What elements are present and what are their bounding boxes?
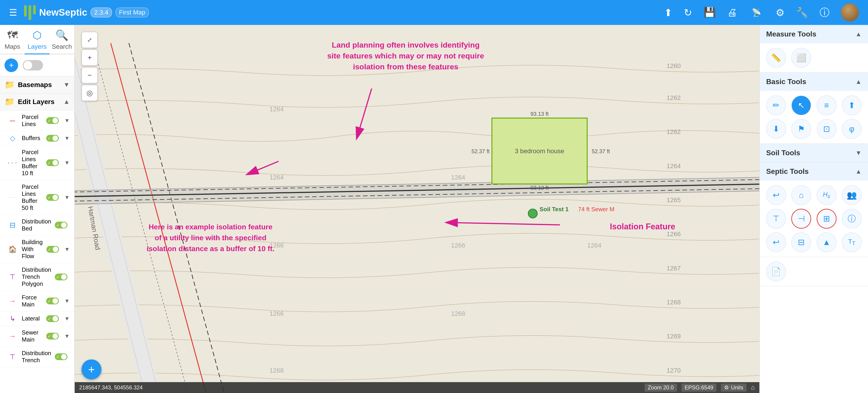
layer-distribution-bed[interactable]: ⊟ Distribution Bed ✓ ▼ <box>0 215 74 235</box>
lateral-toggle[interactable]: ✓ <box>46 315 59 322</box>
parcel-lines-expand-icon[interactable]: ▼ <box>64 117 70 124</box>
refresh-icon[interactable]: ↻ <box>684 7 692 18</box>
dist-trench-label: Distribution Trench <box>22 350 51 364</box>
lateral-expand-icon[interactable]: ▼ <box>64 315 70 322</box>
home-tool-icon: ⌂ <box>799 190 804 200</box>
ruler-tool-button[interactable]: 📏 <box>766 48 786 68</box>
crop-tool-button[interactable]: ⊡ <box>817 119 837 139</box>
parcel-buffer-10-expand-icon[interactable]: ▼ <box>64 160 70 166</box>
septic-tools-section: Septic Tools ▲ ↩ ⌂ Hs 👥 ⊤ <box>760 162 868 257</box>
svg-text:Soil Test 1: Soil Test 1 <box>539 206 568 213</box>
tab-search[interactable]: 🔍 Search <box>50 25 74 54</box>
cursor-tool-button[interactable]: ↖ <box>791 95 811 115</box>
logo-bar-3 <box>33 5 36 14</box>
layer-building-with-flow[interactable]: 🏠 Building With Flow ✓ ▼ <box>0 235 74 263</box>
dist-trench-toggle[interactable]: ✓ <box>55 353 67 360</box>
flag-tool-button[interactable]: ⚑ <box>791 119 811 139</box>
pipe-curve-button[interactable]: ↩ <box>766 185 786 205</box>
people-tool-button[interactable]: 👥 <box>842 185 862 205</box>
force-main-toggle[interactable]: ✓ <box>46 298 59 304</box>
distribute-button[interactable]: ⊞ <box>817 209 837 229</box>
zoom-in-button[interactable]: + <box>82 49 98 66</box>
layer-parcel-lines[interactable]: — Parcel Lines ✓ ▼ <box>0 110 74 131</box>
measure-tools-section: Measure Tools ▲ 📏 ⬜ <box>760 25 868 73</box>
sewer-main-expand-icon[interactable]: ▼ <box>64 333 70 339</box>
t-shape-button[interactable]: ⊤ <box>766 209 786 229</box>
stack-button[interactable]: ⊟ <box>791 232 811 252</box>
layer-distribution-trench[interactable]: ⊤ Distribution Trench ✓ ▼ <box>0 346 74 367</box>
edit-layers-section[interactable]: 📁 Edit Layers ▲ <box>0 93 74 110</box>
save-icon[interactable]: 💾 <box>704 6 716 18</box>
tab-maps[interactable]: 🗺 Maps <box>0 25 25 54</box>
sewer-main-toggle[interactable]: ✓ <box>46 333 59 339</box>
layer-parcel-buffer-50[interactable]: · · · Parcel Lines Buffer 50 ft ✓ ▼ <box>0 180 74 215</box>
turn-button[interactable]: ↩ <box>766 232 786 252</box>
layer-distribution-trench-polygon[interactable]: ⊤ Distribution Trench Polygon ✓ ▼ <box>0 263 74 291</box>
share-icon[interactable]: ⬆ <box>664 7 673 18</box>
stack-icon: ⊟ <box>798 237 805 247</box>
buffers-expand-icon[interactable]: ▼ <box>64 135 70 141</box>
dist-trench-polygon-toggle[interactable]: ✓ <box>55 274 67 280</box>
home-map-button[interactable]: ⌂ <box>751 384 755 391</box>
info-header-icon[interactable]: ⓘ <box>819 6 830 19</box>
app-header: ☰ NewSeptic 2.3.4 First Map ⬆ ↻ 💾 🖨 📡 ⚙ … <box>0 0 868 25</box>
add-feature-button[interactable]: + <box>82 360 101 380</box>
basic-tools-header[interactable]: Basic Tools ▲ <box>760 73 868 91</box>
septic-tools-header[interactable]: Septic Tools ▲ <box>760 162 868 180</box>
layer-force-main[interactable]: → Force Main ✓ ▼ <box>0 291 74 311</box>
measure-tools-header[interactable]: Measure Tools ▲ <box>760 25 868 43</box>
basemaps-section[interactable]: 📁 Basemaps ▼ <box>0 76 74 93</box>
zoom-out-button[interactable]: − <box>82 67 98 83</box>
info-tool-button[interactable]: ⓘ <box>842 209 862 229</box>
fullscreen-button[interactable]: ⤢ <box>82 32 98 48</box>
layer-parcel-buffer-10[interactable]: - - - Parcel Lines Buffer 10 ft ✓ ▼ <box>0 145 74 180</box>
parcel-lines-toggle[interactable]: ✓ <box>46 117 59 124</box>
home-tool-button[interactable]: ⌂ <box>791 185 811 205</box>
layer-visibility-toggle[interactable] <box>23 60 43 71</box>
map-area[interactable]: 1260 1262 1262 1264 1265 1266 1267 1268 … <box>75 25 760 393</box>
text-tool-button[interactable]: TT <box>842 232 862 252</box>
building-with-flow-toggle[interactable]: ✓ <box>46 246 59 253</box>
svg-text:Land planning often involves i: Land planning often involves identifying <box>332 40 479 49</box>
menu-icon[interactable]: ☰ <box>9 7 17 18</box>
print-icon[interactable]: 🖨 <box>727 7 737 18</box>
download-tool-button[interactable]: ⬇ <box>766 119 786 139</box>
building-with-flow-expand-icon[interactable]: ▼ <box>64 246 70 252</box>
upload-tool-button[interactable]: ⬆ <box>842 95 862 115</box>
avatar[interactable] <box>841 3 859 22</box>
layer-buffers[interactable]: ◇ Buffers ✓ ▼ <box>0 131 74 145</box>
parcel-buffer-50-expand-icon[interactable]: ▼ <box>64 194 70 201</box>
locate-button[interactable]: ◎ <box>82 85 98 101</box>
main-layout: 🗺 Maps ⬡ Layers 🔍 Search + 📁 <box>0 25 868 393</box>
app-logo: NewSeptic 2.3.4 First Map <box>24 5 149 20</box>
units-button[interactable]: ⚙ Units <box>721 384 746 392</box>
list-tool-button[interactable]: ≡ <box>817 95 837 115</box>
force-main-expand-icon[interactable]: ▼ <box>64 298 70 304</box>
phi-tool-button[interactable]: φ <box>842 119 862 139</box>
dist-trench-expand-icon[interactable]: ▼ <box>73 354 75 360</box>
settings-icon[interactable]: ⚙ <box>776 7 784 18</box>
tab-layers[interactable]: ⬡ Layers <box>25 25 49 54</box>
area-tool-button[interactable]: ⬜ <box>791 48 811 68</box>
hs-tool-button[interactable]: Hs <box>817 185 837 205</box>
triangle-button[interactable]: ▲ <box>817 232 837 252</box>
doc-tool-button[interactable]: 📄 <box>766 261 786 281</box>
basemaps-folder-icon: 📁 <box>4 80 15 89</box>
soil-tools-header[interactable]: Soil Tools ▼ <box>760 144 868 162</box>
dist-trench-polygon-expand-icon[interactable]: ▼ <box>73 274 75 280</box>
split-button[interactable]: ⊣ <box>791 209 811 229</box>
broadcast-icon[interactable]: 📡 <box>748 4 764 20</box>
parcel-buffer-50-toggle[interactable]: ✓ <box>46 194 59 201</box>
distribution-bed-toggle[interactable]: ✓ <box>55 222 67 228</box>
pencil-tool-button[interactable]: ✏ <box>766 95 786 115</box>
layer-sewer-main[interactable]: → Sewer Main ✓ ▼ <box>0 326 74 346</box>
svg-text:1262: 1262 <box>666 94 681 101</box>
distribution-bed-expand-icon[interactable]: ▼ <box>73 222 75 228</box>
parcel-buffer-10-toggle[interactable]: ✓ <box>46 159 59 166</box>
layer-lateral[interactable]: ↳ Lateral ✓ ▼ <box>0 311 74 326</box>
soil-tools-chevron-icon: ▼ <box>855 149 862 157</box>
add-layer-button[interactable]: + <box>4 58 18 72</box>
parcel-buffer-50-icon: · · · <box>7 195 18 199</box>
buffers-toggle[interactable]: ✓ <box>46 135 59 142</box>
tools-icon[interactable]: 🔧 <box>796 6 808 18</box>
